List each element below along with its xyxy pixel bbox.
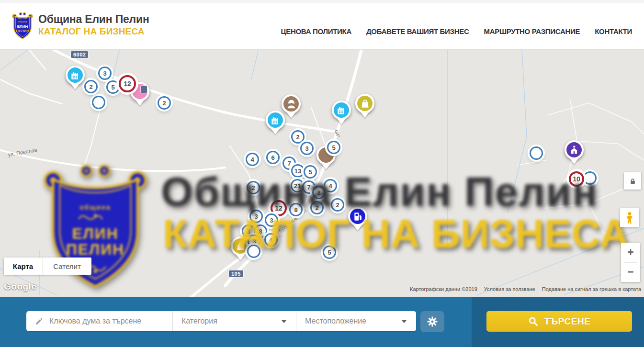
map-pin-church[interactable]	[565, 140, 584, 159]
cluster-count: 3	[305, 145, 308, 152]
road-label-105: 105	[229, 270, 243, 277]
brand-subtitle: КАТАЛОГ НА БИЗНЕСА	[38, 26, 149, 37]
search-button-label: ТЪРСЕНЕ	[544, 316, 591, 327]
map-cluster[interactable]: 2	[84, 80, 98, 93]
map-cluster[interactable]: 5	[327, 141, 340, 154]
cluster-count: 3	[103, 70, 106, 77]
nav-contacts[interactable]: КОНТАКТИ	[595, 27, 632, 35]
attribution-report-link[interactable]: Подаване на сигнал за грешка в картата	[542, 286, 641, 292]
location-select[interactable]: Местоположение	[296, 311, 416, 331]
map-type-satellite-button[interactable]: Сателит	[42, 257, 91, 275]
emblem-name2: ПЕЛИН	[66, 241, 124, 258]
search-icon	[528, 316, 539, 327]
lock-button[interactable]	[624, 172, 641, 190]
map-pin-factory[interactable]	[266, 111, 285, 130]
map-attribution: Картографски данни ©2019 Условия за полз…	[410, 286, 641, 292]
road-label-partial	[141, 86, 147, 93]
search-button[interactable]: ТЪРСЕНЕ	[486, 311, 632, 332]
zoom-out-button[interactable]: −	[621, 263, 640, 282]
attribution-terms-link[interactable]: Условия за ползване	[484, 286, 535, 292]
keyword-input[interactable]	[49, 317, 167, 325]
map-pin-factory[interactable]	[332, 101, 351, 120]
location-placeholder: Местоположение	[305, 317, 366, 325]
watermark-title: Община Елин Пелин	[161, 171, 598, 212]
page: 6002 105 ул. Преслав бул. „Новосел ци“ 3…	[0, 0, 644, 347]
map-pin-worker[interactable]	[282, 94, 301, 113]
brand-emblem-name1: ЕЛИН	[17, 24, 28, 29]
brand-title: Община Елин Пелин	[38, 13, 149, 26]
cluster-count: 12	[124, 80, 131, 88]
keyword-field[interactable]	[26, 311, 173, 331]
brand-emblem-name2: ПЕЛИН	[16, 29, 29, 33]
attribution-data: Картографски данни ©2019	[410, 286, 477, 292]
road-label-6002: 6002	[71, 51, 88, 58]
nav-route-schedule[interactable]: МАРШРУТНО РАЗПИСАНИЕ	[484, 27, 580, 35]
google-logo[interactable]: Google	[4, 281, 36, 292]
map-cluster[interactable]: 3	[300, 142, 314, 155]
map-cluster[interactable]: 6	[266, 151, 280, 164]
brand-emblem-logo: община ЕЛИН ПЕЛИН	[11, 10, 34, 40]
emblem-name1: ЕЛИН	[72, 225, 118, 242]
map-pin-factory[interactable]	[66, 66, 85, 85]
map-cluster[interactable]: 2	[291, 130, 305, 144]
search-bar: Категория Местоположение	[0, 297, 644, 347]
gear-icon	[426, 315, 439, 328]
pencil-icon	[35, 317, 44, 325]
category-select[interactable]: Категория	[173, 311, 296, 331]
search-group: Категория Местоположение	[26, 311, 416, 331]
zoom-in-button[interactable]: +	[621, 243, 640, 262]
map-cluster[interactable]	[530, 146, 543, 160]
emblem-top-text: община	[79, 203, 111, 211]
cluster-count: 6	[271, 154, 274, 161]
map-cluster[interactable]: 2	[158, 96, 171, 110]
watermark-subtitle: КАТАЛОГ НА БИЗНЕСА	[163, 213, 629, 254]
chevron-down-icon	[402, 320, 407, 323]
pegman-button[interactable]	[620, 208, 639, 227]
brand-emblem-top-text: община	[18, 20, 27, 23]
cluster-count: 2	[162, 100, 166, 107]
top-strip	[0, 0, 644, 3]
cluster-count: 5	[111, 84, 114, 91]
advanced-settings-button[interactable]	[420, 311, 444, 332]
cluster-count: 7	[287, 160, 291, 167]
nav-price-policy[interactable]: ЦЕНОВА ПОЛИТИКА	[281, 27, 351, 35]
pegman-icon	[624, 212, 635, 224]
cluster-count: 2	[89, 83, 92, 90]
cluster-count: 2	[296, 134, 299, 141]
map-cluster[interactable]	[92, 96, 105, 109]
map-cluster[interactable]: 3	[98, 67, 112, 80]
zoom-control: + −	[621, 243, 640, 282]
map-cluster[interactable]: 4	[246, 153, 259, 166]
chevron-down-icon	[282, 320, 286, 323]
header: община ЕЛИН ПЕЛИН Община Елин Пелин КАТА…	[0, 3, 644, 50]
google-map[interactable]: 6002 105 ул. Преслав бул. „Новосел ци“ 3…	[0, 50, 644, 297]
cluster-count: 4	[250, 156, 254, 163]
map-type-control: Карта Сателит	[4, 257, 91, 275]
brand-text: Община Елин Пелин КАТАЛОГ НА БИЗНЕСА	[38, 13, 149, 37]
map-pin-shopping-bag[interactable]	[355, 94, 374, 113]
nav-add-business[interactable]: ДОБАВЕТЕ ВАШИЯТ БИЗНЕС	[366, 27, 469, 35]
cluster-count: 5	[332, 144, 335, 151]
map-type-map-button[interactable]: Карта	[4, 257, 42, 275]
lock-icon	[629, 178, 636, 185]
map-cluster[interactable]: 12	[119, 75, 136, 92]
category-placeholder: Категория	[181, 317, 217, 325]
brand[interactable]: община ЕЛИН ПЕЛИН Община Елин Пелин КАТА…	[11, 10, 149, 40]
map-cluster[interactable]: 5	[106, 80, 120, 94]
main-nav: ЦЕНОВА ПОЛИТИКА ДОБАВЕТЕ ВАШИЯТ БИЗНЕС М…	[281, 22, 632, 41]
